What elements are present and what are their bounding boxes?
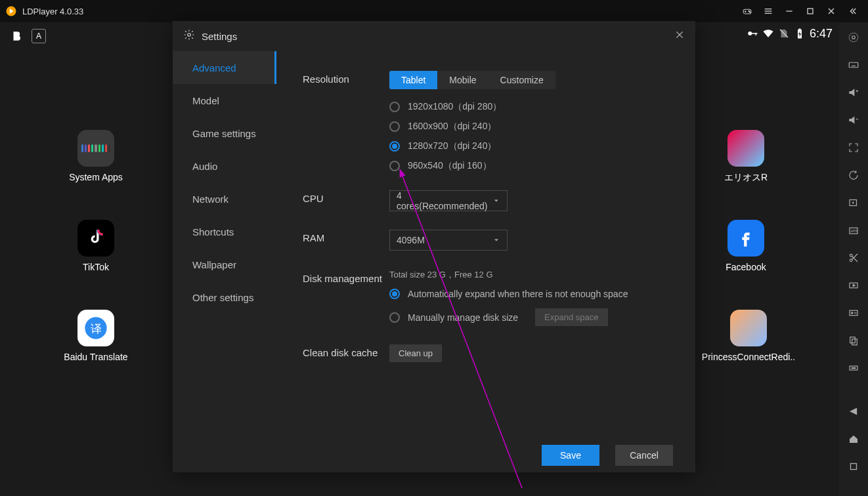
- dialog-close-button[interactable]: [674, 30, 685, 43]
- titlebar: LDPlayer 4.0.33: [0, 0, 868, 22]
- facebook-icon: [727, 220, 764, 257]
- cpu-select[interactable]: 4 cores(Recommended): [389, 190, 508, 211]
- sidebar-item-wallpaper[interactable]: Wallpaper: [173, 248, 276, 281]
- svg-point-36: [850, 259, 852, 262]
- radio-icon: [389, 161, 400, 171]
- sidebar-item-network[interactable]: Network: [173, 182, 276, 215]
- chevron-down-icon: [492, 197, 500, 205]
- svg-point-42: [852, 312, 853, 314]
- disk-auto-expand[interactable]: Automatically expand when there is not e…: [389, 289, 669, 299]
- sidebar-item-other-settings[interactable]: Other settings: [173, 281, 276, 314]
- volume-up-icon[interactable]: [846, 85, 861, 100]
- home-icon[interactable]: [846, 432, 861, 446]
- svg-point-5: [749, 12, 750, 12]
- recents-icon[interactable]: [846, 459, 861, 474]
- clock-text: 6:47: [810, 27, 833, 41]
- app-label: System Apps: [69, 172, 123, 182]
- dialog-title: Settings: [202, 31, 237, 42]
- radio-icon: [389, 289, 400, 299]
- sidebar-item-model[interactable]: Model: [173, 84, 276, 117]
- keyboard-icon[interactable]: [846, 58, 861, 72]
- dialog-footer: Save Cancel: [173, 445, 695, 472]
- clean-up-button[interactable]: Clean up: [389, 344, 442, 362]
- settings-content: Resolution Tablet Mobile Customize 1920x…: [276, 51, 695, 445]
- settings-gear-icon[interactable]: [846, 30, 861, 45]
- scissors-icon[interactable]: [846, 251, 861, 265]
- vpn-key-icon: [747, 28, 758, 39]
- app-elios-r[interactable]: エリオスR: [706, 130, 785, 184]
- svg-rect-22: [849, 62, 858, 68]
- collapse-sidebar-button[interactable]: [842, 1, 863, 22]
- right-toolbar: APK: [839, 22, 868, 496]
- app-princess-connect[interactable]: PrincessConnectRedi..: [696, 310, 801, 362]
- svg-rect-44: [850, 337, 856, 343]
- ram-label: RAM: [303, 230, 389, 251]
- svg-rect-18: [798, 29, 800, 30]
- sidebar-item-shortcuts[interactable]: Shortcuts: [173, 215, 276, 248]
- minimize-button[interactable]: [779, 1, 800, 22]
- svg-point-4: [749, 10, 749, 11]
- app-label: PrincessConnectRedi..: [702, 352, 795, 362]
- expand-space-button[interactable]: Expand space: [535, 308, 607, 326]
- ldplayer-logo-icon: [5, 5, 17, 17]
- app-facebook[interactable]: Facebook: [706, 220, 785, 272]
- tab-tablet[interactable]: Tablet: [389, 71, 437, 89]
- cpu-value: 4 cores(Recommended): [397, 190, 492, 211]
- radio-icon: [389, 141, 400, 152]
- brand-b-icon[interactable]: [9, 29, 24, 43]
- cancel-button[interactable]: Cancel: [615, 445, 673, 466]
- resolution-1600x900[interactable]: 1600x900（dpi 240）: [389, 121, 669, 133]
- svg-rect-50: [851, 464, 857, 470]
- tab-mobile[interactable]: Mobile: [437, 71, 488, 89]
- svg-text:APK: APK: [851, 229, 858, 233]
- app-baidu-translate[interactable]: 译 Baidu Translate: [56, 310, 135, 362]
- lang-a-icon[interactable]: A: [32, 29, 46, 43]
- gamepad-icon[interactable]: [737, 1, 758, 22]
- disk-manual[interactable]: Manually manage disk size Expand space: [389, 308, 669, 326]
- sidebar-item-audio[interactable]: Audio: [173, 150, 276, 182]
- sidebar-item-advanced[interactable]: Advanced: [173, 51, 276, 84]
- menu-icon[interactable]: [758, 1, 779, 22]
- apk-install-icon[interactable]: APK: [846, 223, 861, 238]
- app-label: TikTok: [83, 262, 109, 272]
- svg-point-20: [849, 33, 858, 42]
- multi-instance-icon[interactable]: [846, 196, 861, 210]
- app-label: Facebook: [726, 262, 766, 272]
- fullscreen-icon[interactable]: [846, 140, 861, 155]
- svg-point-53: [188, 33, 191, 37]
- svg-point-13: [748, 31, 752, 35]
- copy-icon[interactable]: [846, 333, 861, 348]
- save-button[interactable]: Save: [542, 445, 599, 466]
- disk-info: Total size 23 G，Free 12 G: [389, 269, 669, 281]
- app-label: Baidu Translate: [64, 352, 127, 362]
- radio-icon: [389, 121, 400, 132]
- resolution-1280x720[interactable]: 1280x720（dpi 240）: [389, 140, 669, 152]
- record-icon[interactable]: [846, 278, 861, 293]
- android-statusbar: 6:47: [708, 22, 839, 45]
- more-icon[interactable]: [846, 361, 861, 375]
- svg-point-48: [853, 367, 854, 369]
- cpu-label: CPU: [303, 190, 389, 211]
- princess-connect-icon: [730, 310, 767, 346]
- sidebar-item-game-settings[interactable]: Game settings: [173, 117, 276, 150]
- app-title: LDPlayer 4.0.33: [22, 7, 83, 16]
- sync-icon[interactable]: [846, 168, 861, 182]
- svg-line-37: [852, 257, 857, 262]
- wifi-icon: [762, 28, 774, 39]
- settings-sidebar: Advanced Model Game settings Audio Netwo…: [173, 51, 276, 445]
- gear-icon: [183, 29, 195, 43]
- close-button[interactable]: [821, 1, 842, 22]
- svg-rect-14: [751, 33, 757, 34]
- volume-down-icon[interactable]: [846, 113, 861, 127]
- resolution-960x540[interactable]: 960x540（dpi 160）: [389, 160, 669, 172]
- ram-select[interactable]: 4096M: [389, 230, 508, 251]
- maximize-button[interactable]: [800, 1, 821, 22]
- resolution-1920x1080[interactable]: 1920x1080（dpi 280）: [389, 101, 669, 113]
- operation-record-icon[interactable]: [846, 306, 861, 320]
- tab-customize[interactable]: Customize: [488, 71, 555, 89]
- app-system-apps[interactable]: System Apps: [56, 130, 135, 182]
- svg-line-38: [852, 254, 857, 259]
- app-tiktok[interactable]: TikTok: [56, 220, 135, 272]
- back-icon[interactable]: [846, 404, 861, 419]
- battery-charging-icon: [794, 28, 806, 39]
